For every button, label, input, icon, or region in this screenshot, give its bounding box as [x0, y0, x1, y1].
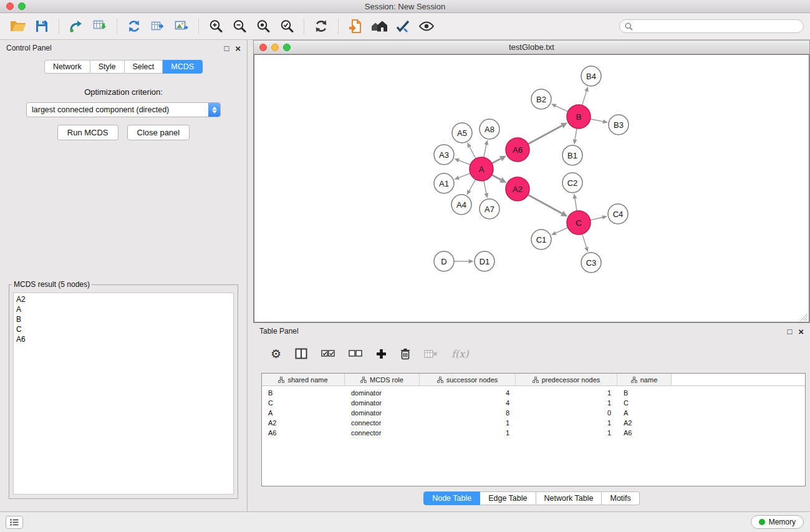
optimization-criterion-select[interactable]: largest connected component (directed)	[26, 102, 221, 117]
refresh-layout-button[interactable]	[309, 15, 333, 37]
tab-mcds[interactable]: MCDS	[163, 60, 203, 74]
graph-node-A7[interactable]: A7	[480, 199, 499, 219]
graph-edge-B-B4[interactable]	[582, 87, 589, 105]
show-columns-button[interactable]	[295, 348, 307, 359]
delete-table-button[interactable]	[424, 349, 438, 359]
graph-node-B2[interactable]: B2	[531, 89, 551, 109]
create-column-button[interactable]	[376, 349, 387, 359]
graph-edge-D-D1[interactable]	[454, 259, 474, 264]
graph-edge-C-C4[interactable]	[591, 215, 607, 220]
graph-node-A5[interactable]: A5	[452, 123, 472, 143]
task-history-button[interactable]	[6, 516, 23, 529]
graph-node-A3[interactable]: A3	[434, 145, 454, 165]
show-hide-button[interactable]	[415, 15, 438, 37]
close-panel-icon[interactable]: ×	[235, 44, 241, 53]
table-row[interactable]: Adominator80A	[262, 408, 805, 418]
clone-network-button[interactable]	[122, 15, 146, 37]
graph-node-B3[interactable]: B3	[609, 115, 629, 135]
graph-edge-A-A6[interactable]	[492, 156, 506, 163]
graph-edge-C-C1[interactable]	[551, 228, 568, 235]
select-all-button[interactable]	[321, 350, 335, 358]
graph-node-B1[interactable]: B1	[562, 145, 582, 165]
zoom-in-button[interactable]	[204, 15, 228, 37]
run-mcds-button[interactable]: Run MCDS	[57, 125, 118, 140]
table-row[interactable]: A6connector11A6	[262, 428, 805, 438]
result-item-A6[interactable]: A6	[16, 334, 233, 344]
open-session-button[interactable]	[6, 15, 30, 37]
graph-node-A1[interactable]: A1	[434, 173, 454, 193]
column-header-predecessor-nodes[interactable]: predecessor nodes	[516, 374, 617, 385]
search-input[interactable]	[636, 22, 798, 31]
graph-node-B[interactable]: B	[567, 105, 591, 128]
graph-node-B4[interactable]: B4	[581, 66, 601, 86]
import-network-button[interactable]	[64, 15, 88, 37]
graph-node-C3[interactable]: C3	[581, 253, 601, 273]
mcds-result-list[interactable]: A2ABCA6	[13, 293, 234, 495]
result-item-A[interactable]: A	[16, 304, 233, 314]
column-header-shared-name[interactable]: shared name	[262, 374, 345, 385]
graph-node-D1[interactable]: D1	[475, 251, 494, 271]
table-row[interactable]: A2connector11A2	[262, 418, 805, 428]
graph-edge-A2-C[interactable]	[528, 195, 567, 216]
close-window-button[interactable]	[6, 2, 14, 10]
graph-edge-A-A8[interactable]	[484, 140, 488, 157]
graph-edge-C-C2[interactable]	[573, 193, 577, 211]
network-close-button[interactable]	[259, 44, 267, 51]
column-header-MCDS-role[interactable]: MCDS role	[345, 374, 420, 385]
zoom-out-button[interactable]	[228, 15, 251, 37]
network-zoom-button[interactable]	[283, 44, 291, 51]
resize-gripper-icon[interactable]	[800, 313, 808, 321]
zoom-fit-button[interactable]	[251, 15, 275, 37]
save-session-button[interactable]	[30, 15, 54, 37]
graph-edge-C-C3[interactable]	[582, 234, 589, 252]
close-panel-icon[interactable]: ×	[798, 327, 804, 336]
deselect-all-button[interactable]	[349, 350, 362, 358]
graph-node-C4[interactable]: C4	[608, 204, 628, 224]
tab-edge-table[interactable]: Edge Table	[480, 491, 536, 505]
tab-motifs[interactable]: Motifs	[602, 491, 639, 505]
tab-network-table[interactable]: Network Table	[536, 491, 602, 505]
result-item-C[interactable]: C	[16, 324, 233, 334]
graph-node-D[interactable]: D	[434, 251, 454, 271]
home-view-button[interactable]	[367, 15, 391, 37]
graph-node-A2[interactable]: A2	[506, 177, 529, 201]
tab-style[interactable]: Style	[90, 60, 125, 74]
float-panel-icon[interactable]: □	[224, 44, 229, 52]
delete-column-button[interactable]	[400, 348, 410, 360]
graph-node-A4[interactable]: A4	[451, 195, 471, 215]
graph-node-C2[interactable]: C2	[562, 173, 582, 193]
zoom-selected-button[interactable]	[275, 15, 299, 37]
graph-edge-A6-B[interactable]	[528, 123, 567, 144]
result-item-B[interactable]: B	[16, 314, 233, 324]
table-row[interactable]: Cdominator41C	[262, 398, 805, 408]
network-minimize-button[interactable]	[271, 44, 279, 51]
graph-node-A[interactable]: A	[470, 157, 493, 181]
tab-select[interactable]: Select	[125, 60, 163, 74]
column-header-name[interactable]: name	[617, 374, 672, 385]
tab-network[interactable]: Network	[44, 60, 90, 74]
network-graph[interactable]: B4B2BB3A5A8A6B1A3AA1C2A2A4A7C4CC1C3DD1	[254, 55, 810, 323]
graph-node-A8[interactable]: A8	[480, 119, 499, 139]
table-settings-button[interactable]: ⚙	[271, 348, 281, 360]
graph-edge-A-A5[interactable]	[467, 142, 476, 158]
column-header-successor-nodes[interactable]: successor nodes	[420, 374, 516, 385]
graph-edge-A-A3[interactable]	[454, 158, 470, 165]
graph-edge-B-B1[interactable]	[573, 128, 577, 145]
close-panel-button[interactable]: Close panel	[127, 125, 190, 140]
export-image-button[interactable]	[170, 15, 193, 37]
tab-node-table[interactable]: Node Table	[423, 491, 480, 505]
zoom-window-button[interactable]	[18, 2, 26, 10]
graph-node-A6[interactable]: A6	[506, 138, 529, 162]
graph-node-C[interactable]: C	[567, 211, 591, 235]
result-item-A2[interactable]: A2	[16, 294, 233, 304]
open-recent-file-button[interactable]	[344, 15, 367, 37]
export-table-button[interactable]	[146, 15, 170, 37]
network-canvas[interactable]: B4B2BB3A5A8A6B1A3AA1C2A2A4A7C4CC1C3DD1	[254, 54, 809, 322]
memory-button[interactable]: Memory	[751, 515, 804, 529]
float-panel-icon[interactable]: □	[787, 327, 792, 336]
graph-edge-B-B3[interactable]	[591, 119, 608, 123]
graph-node-C1[interactable]: C1	[531, 230, 551, 249]
graph-edge-A-A1[interactable]	[454, 173, 470, 180]
graph-edge-A-A4[interactable]	[467, 180, 476, 195]
function-builder-button[interactable]: f(x)	[451, 348, 468, 360]
